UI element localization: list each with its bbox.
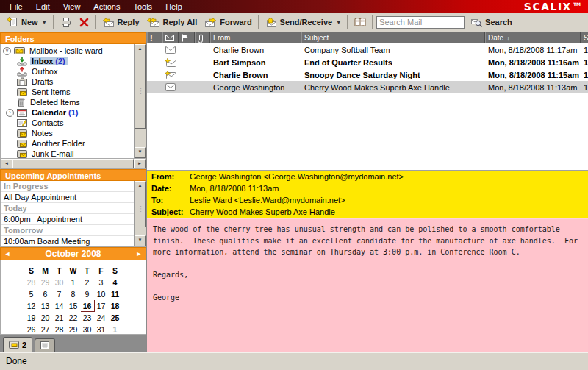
scrollbar-thumb[interactable]: ··· bbox=[12, 159, 134, 168]
expander-icon[interactable]: ∨ bbox=[3, 47, 11, 55]
attachment-column-header[interactable] bbox=[195, 32, 210, 43]
calendar-day[interactable]: 11 bbox=[108, 288, 122, 300]
menu-help[interactable]: Help bbox=[159, 2, 189, 11]
menu-tools[interactable]: Tools bbox=[126, 2, 159, 11]
message-row[interactable]: Charlie BrownCompany Softball TeamMon, 8… bbox=[147, 43, 588, 56]
calendar-day[interactable]: 18 bbox=[108, 300, 122, 312]
folder-item-another-folder[interactable]: Another Folder bbox=[1, 138, 146, 149]
calendar-day[interactable]: 24 bbox=[94, 312, 108, 324]
calendar-day[interactable]: 21 bbox=[52, 312, 66, 324]
folder-item-drafts[interactable]: Drafts bbox=[1, 77, 146, 87]
appointment-group-header[interactable]: Tomorrow bbox=[1, 225, 134, 236]
calendar-day[interactable]: 1 bbox=[66, 277, 80, 288]
mail-view-tab[interactable]: 2 bbox=[3, 337, 32, 352]
calendar-day[interactable]: 29 bbox=[66, 324, 80, 335]
send-receive-button[interactable]: Send/Receive ▼ bbox=[262, 16, 345, 29]
calendar-day[interactable]: 19 bbox=[24, 312, 38, 324]
appointment-group-header[interactable]: In Progress bbox=[1, 181, 134, 192]
message-row[interactable]: Charlie BrownSnoopy Dance Saturday Night… bbox=[147, 68, 588, 81]
folder-item-sent-items[interactable]: Sent Items bbox=[1, 87, 146, 97]
calendar-day[interactable]: 28 bbox=[52, 324, 66, 335]
menu-actions[interactable]: Actions bbox=[87, 2, 126, 11]
folder-item-deleted-items[interactable]: Deleted Items bbox=[1, 97, 146, 107]
print-button[interactable] bbox=[57, 16, 76, 29]
calendar-day[interactable]: 15 bbox=[66, 300, 80, 312]
calendar-day[interactable]: 30 bbox=[80, 324, 94, 335]
calendar-day[interactable]: 4 bbox=[108, 277, 122, 288]
calendar-day[interactable]: 22 bbox=[66, 312, 80, 324]
search-button[interactable]: Search bbox=[467, 16, 516, 29]
calendar-day[interactable]: 29 bbox=[38, 277, 52, 288]
search-input[interactable] bbox=[376, 16, 465, 29]
calendar-day[interactable]: 16 bbox=[80, 300, 94, 312]
scroll-right-button[interactable]: ► bbox=[134, 159, 146, 168]
calendar-day[interactable]: 31 bbox=[94, 324, 108, 335]
forward-button[interactable]: Forward bbox=[201, 16, 255, 29]
calendar-view-tab[interactable] bbox=[35, 338, 55, 352]
from-value: George Washington <George.Washington@myd… bbox=[190, 172, 404, 181]
appointments-scrollbar[interactable]: ▲ ··· ▼ bbox=[134, 181, 146, 246]
expander-icon[interactable]: › bbox=[6, 109, 14, 117]
address-book-button[interactable] bbox=[351, 16, 370, 29]
calendar-day[interactable]: 8 bbox=[66, 288, 80, 300]
message-row[interactable]: George WashingtonCherry Wood Makes Super… bbox=[147, 81, 588, 93]
reply-all-button[interactable]: Reply All bbox=[143, 16, 201, 29]
calendar-day[interactable]: 12 bbox=[24, 300, 38, 312]
reply-button[interactable]: Reply bbox=[98, 16, 143, 29]
flag-column-header[interactable] bbox=[179, 32, 195, 43]
folder-root[interactable]: ∨Mailbox - leslie ward bbox=[1, 46, 146, 56]
calendar-day[interactable]: 20 bbox=[38, 312, 52, 324]
next-month-button[interactable]: ► bbox=[132, 250, 146, 257]
previous-month-button[interactable]: ◄ bbox=[1, 250, 14, 257]
calendar-day[interactable]: 6 bbox=[38, 288, 52, 300]
scrollbar-thumb[interactable]: ··· bbox=[135, 191, 146, 227]
appointment-item[interactable]: 10:00am Board Meeting bbox=[1, 236, 134, 247]
menu-edit[interactable]: Edit bbox=[29, 2, 57, 11]
calendar-day[interactable]: 27 bbox=[38, 324, 52, 335]
folder-item-outbox[interactable]: Outbox bbox=[1, 66, 146, 77]
scrollbar-thumb[interactable]: ··· bbox=[135, 54, 146, 129]
calendar-day[interactable]: 13 bbox=[38, 300, 52, 312]
scroll-down-button[interactable]: ▼ bbox=[135, 147, 146, 158]
appointment-item[interactable]: 6:00pm Appointment bbox=[1, 214, 134, 225]
calendar-day[interactable]: 10 bbox=[94, 288, 108, 300]
calendar-day[interactable]: 23 bbox=[80, 312, 94, 324]
calendar-day[interactable]: 9 bbox=[80, 288, 94, 300]
message-row[interactable]: Bart SimpsonEnd of Quarter ResultsMon, 8… bbox=[147, 56, 588, 68]
calendar-day[interactable]: 25 bbox=[108, 312, 122, 324]
calendar-day[interactable]: 14 bbox=[52, 300, 66, 312]
calendar-day[interactable]: 17 bbox=[94, 300, 108, 312]
calendar-day[interactable]: 28 bbox=[24, 277, 38, 288]
folder-item-notes[interactable]: Notes bbox=[1, 128, 146, 138]
menu-view[interactable]: View bbox=[57, 2, 87, 11]
menu-file[interactable]: File bbox=[3, 2, 29, 11]
scroll-down-button[interactable]: ▼ bbox=[135, 235, 146, 246]
folder-item-calendar[interactable]: ›Calendar(1) bbox=[1, 107, 146, 118]
read-status-column-header[interactable] bbox=[162, 32, 179, 43]
from-column-header[interactable]: From bbox=[210, 32, 301, 43]
calendar-day[interactable]: 3 bbox=[94, 277, 108, 288]
delete-button[interactable] bbox=[76, 16, 93, 29]
message-list-header: ! From Subject Date bbox=[147, 32, 588, 43]
appointment-group-header[interactable]: Today bbox=[1, 203, 134, 214]
folders-horizontal-scrollbar[interactable]: ◄ ··· ► bbox=[0, 159, 146, 169]
folder-item-contacts[interactable]: Contacts bbox=[1, 118, 146, 128]
folder-item-inbox[interactable]: Inbox(2) bbox=[1, 56, 146, 66]
calendar-day[interactable]: 26 bbox=[24, 324, 38, 335]
importance-column-header[interactable]: ! bbox=[147, 32, 162, 43]
scroll-left-button[interactable]: ◄ bbox=[1, 159, 12, 168]
calendar-day[interactable]: 7 bbox=[52, 288, 66, 300]
calendar-day[interactable]: 1 bbox=[108, 324, 122, 335]
size-column-header[interactable]: Siz bbox=[581, 32, 588, 43]
size-header-label: Siz bbox=[584, 34, 588, 42]
new-button[interactable]: New ▼ bbox=[3, 15, 51, 29]
appointment-item[interactable]: All Day Appointment bbox=[1, 192, 134, 203]
folder-item-junk-e-mail[interactable]: Junk E-mail bbox=[1, 149, 146, 159]
calendar-day[interactable]: 5 bbox=[24, 288, 38, 300]
subject-column-header[interactable]: Subject bbox=[301, 32, 485, 43]
calendar-day[interactable]: 2 bbox=[80, 277, 94, 288]
date-column-header[interactable]: Date ↓ bbox=[485, 32, 581, 43]
folders-scrollbar[interactable]: ▲ ··· ▼ bbox=[134, 44, 146, 158]
calendar-icon bbox=[17, 108, 27, 117]
calendar-day[interactable]: 30 bbox=[52, 277, 66, 288]
